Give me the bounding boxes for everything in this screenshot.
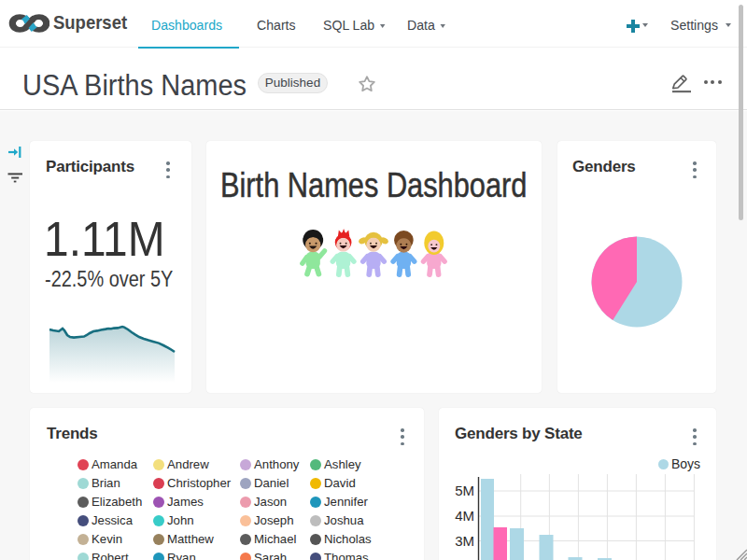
svg-text:5M: 5M (455, 483, 474, 498)
svg-text:3M: 3M (455, 533, 474, 549)
svg-text:4M: 4M (455, 508, 474, 524)
